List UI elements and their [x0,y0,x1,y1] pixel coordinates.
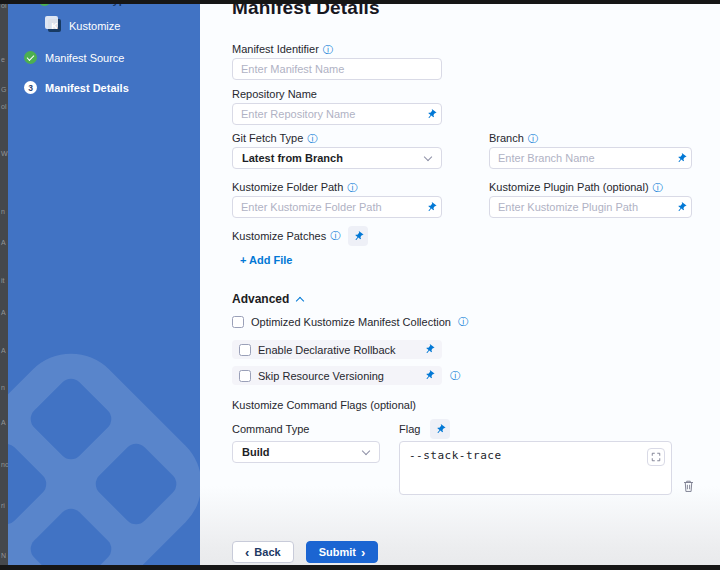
command-flags-row: Command Type Build Flag --stack [232,419,702,495]
declarative-rollback-checkbox[interactable] [239,344,251,356]
chevron-right-icon: › [361,547,365,558]
sidebar-item-manifest-details[interactable]: 3 Manifest Details [24,81,129,94]
command-type-label: Command Type [232,423,309,436]
runtime-input-pin-icon[interactable] [422,342,437,357]
manifest-identifier-label: Manifest Identifier ⓘ [232,43,702,56]
git-fetch-type-field: Git Fetch Type ⓘ Latest from Branch [232,132,442,169]
bottom-black-bar [0,565,720,570]
flag-label: Flag [399,423,420,436]
branch-label: Branch ⓘ [489,132,692,145]
strip-text-fragment: A [1,309,6,317]
repository-name-input[interactable] [233,108,421,120]
strip-text-fragment: A [1,239,6,247]
strip-text-fragment: WS [1,150,8,158]
info-icon[interactable]: ⓘ [528,134,538,144]
step-label: Kustomize [69,20,120,32]
wizard-step-sidebar: Manifest Type K Kustomize Manifest Sourc… [8,0,200,565]
background-strip: oleGolWSnAitAAnAnoriN [0,0,8,570]
repository-name-label: Repository Name [232,88,702,101]
optimized-collection-row: Optimized Kustomize Manifest Collection … [232,316,702,328]
expand-editor-button[interactable] [647,448,665,466]
strip-text-fragment: A [1,347,6,355]
top-black-bar [0,0,720,4]
runtime-input-pin-icon[interactable] [671,202,691,213]
command-flags-section-label: Kustomize Command Flags (optional) [232,399,702,411]
runtime-input-pin-icon[interactable] [671,153,691,164]
kustomize-folder-path-field: Kustomize Folder Path ⓘ [232,181,442,218]
check-circle-icon [24,51,37,64]
strip-text-fragment: N [1,552,6,560]
optimized-collection-checkbox[interactable] [232,316,244,328]
chevron-left-icon: ‹ [245,547,249,558]
strip-text-fragment: e [1,56,5,64]
kustomize-folder-path-label: Kustomize Folder Path ⓘ [232,181,442,194]
harness-logo-watermark [8,331,200,565]
flag-input[interactable]: --stack-trace [400,442,671,494]
strip-text-fragment: ol [1,103,6,111]
git-fetch-type-select[interactable]: Latest from Branch [232,147,442,169]
command-type-select[interactable]: Build [232,441,380,463]
kustomize-patches-field: Kustomize Patches ⓘ [232,226,702,246]
info-icon[interactable]: ⓘ [458,317,468,327]
strip-text-fragment: G [1,86,6,94]
add-file-link[interactable]: + Add File [232,254,292,266]
info-icon[interactable]: ⓘ [450,371,460,381]
runtime-input-pin-icon[interactable] [421,202,441,213]
info-icon[interactable]: ⓘ [653,183,663,193]
command-type-field: Command Type Build [232,419,380,495]
kustomize-plugin-path-label: Kustomize Plugin Path (optional) ⓘ [489,181,692,194]
info-icon[interactable]: ⓘ [330,231,340,241]
sidebar-item-manifest-source[interactable]: Manifest Source [24,51,124,64]
strip-text-fragment: A [1,419,6,427]
advanced-section-toggle[interactable]: Advanced [232,292,303,306]
skip-resource-versioning-checkbox[interactable] [239,370,251,382]
info-icon[interactable]: ⓘ [307,134,317,144]
sidebar-item-kustomize[interactable]: K Kustomize [48,19,120,32]
step-number-badge: 3 [24,81,37,94]
strip-text-fragment: n [1,208,5,216]
manifest-identifier-input[interactable] [233,63,441,75]
chevron-down-icon [362,446,370,454]
runtime-input-pin-button[interactable] [430,419,450,439]
manifest-details-form: Manifest Details Manifest Identifier ⓘ R… [200,0,720,565]
manifest-details-screen: oleGolWSnAitAAnAnoriN Manifest Type K Ku… [0,0,720,570]
advanced-title: Advanced [232,292,289,306]
branch-field: Branch ⓘ [489,132,692,169]
strip-text-fragment: it [1,277,5,285]
repository-name-field: Repository Name [232,88,702,125]
submit-button[interactable]: Submit › [306,541,379,563]
back-button[interactable]: ‹ Back [232,541,294,563]
kustomize-plugin-path-input[interactable] [490,201,671,213]
kustomize-folder-path-input[interactable] [233,201,421,213]
kustomize-patches-label: Kustomize Patches ⓘ [232,230,340,243]
kustomize-plugin-path-field: Kustomize Plugin Path (optional) ⓘ [489,181,692,218]
strip-text-fragment: no [1,461,8,469]
manifest-identifier-field: Manifest Identifier ⓘ [232,43,702,80]
runtime-input-pin-icon[interactable] [421,109,441,120]
declarative-rollback-row: Enable Declarative Rollback [232,340,702,359]
step-label: Manifest Details [45,82,129,94]
step-label: Manifest Source [45,52,124,64]
wizard-footer-buttons: ‹ Back Submit › [232,541,702,563]
delete-flag-button[interactable] [682,479,695,493]
chevron-up-icon [296,296,304,304]
skip-resource-versioning-row: Skip Resource Versioning ⓘ [232,366,702,385]
git-fetch-type-label: Git Fetch Type ⓘ [232,132,442,145]
runtime-input-pin-icon[interactable] [422,368,437,383]
strip-text-fragment: ri [1,502,5,510]
runtime-input-pin-button[interactable] [348,226,368,246]
info-icon[interactable]: ⓘ [347,183,357,193]
flag-field: Flag --stack-trace [399,419,695,495]
strip-text-fragment: n [1,384,5,392]
info-icon[interactable]: ⓘ [323,45,333,55]
branch-input[interactable] [490,152,671,164]
kustomize-k-icon: K [48,19,61,32]
chevron-down-icon [424,152,432,160]
